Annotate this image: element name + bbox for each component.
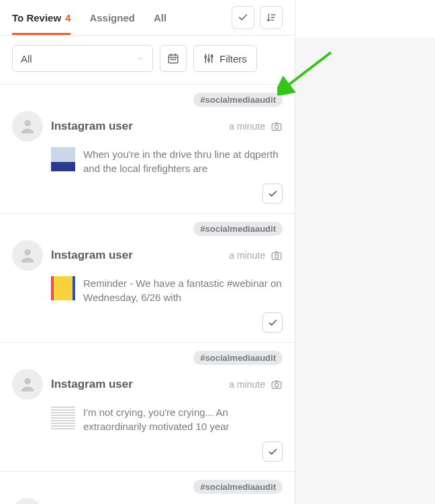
calendar-icon [167, 52, 179, 65]
approve-button[interactable] [262, 183, 283, 204]
item-head: Instagram user a minute [12, 240, 283, 271]
tag-row: #socialmediaaudit [12, 222, 283, 236]
sort-button[interactable] [260, 6, 283, 29]
feed-item[interactable]: #socialmediaaudit Instagram user a minut… [0, 214, 295, 343]
svg-point-20 [24, 249, 30, 255]
time-box: a minute [229, 120, 283, 132]
svg-point-14 [208, 59, 210, 61]
tab-assigned[interactable]: Assigned [89, 0, 135, 35]
username: Instagram user [51, 378, 133, 391]
svg-rect-21 [272, 253, 281, 259]
tab-to-review[interactable]: To Review 4 [12, 0, 70, 35]
feed-item[interactable]: #socialmediaaudit Instagram user a minut… [0, 472, 295, 504]
filters-button[interactable]: Filters [193, 45, 257, 72]
svg-rect-24 [272, 382, 281, 388]
toolbar: All Filters [0, 36, 295, 84]
svg-point-19 [275, 126, 278, 129]
feed-item[interactable]: #socialmediaaudit Instagram user a minut… [0, 343, 295, 472]
hashtag-tag[interactable]: #socialmediaaudit [193, 351, 283, 365]
svg-point-23 [24, 378, 30, 384]
tag-row: #socialmediaaudit [12, 480, 283, 494]
item-head: Instagram user a minute [12, 498, 283, 504]
review-panel: To Review 4 Assigned All All [0, 0, 295, 504]
user-icon [18, 246, 37, 265]
avatar [12, 369, 43, 400]
check-icon [268, 447, 278, 457]
svg-point-8 [171, 59, 171, 60]
sort-icon [266, 12, 277, 23]
username: Instagram user [51, 120, 133, 133]
timestamp: a minute [229, 250, 265, 261]
approve-all-button[interactable] [232, 6, 254, 29]
tag-row: #socialmediaaudit [12, 351, 283, 365]
svg-point-9 [173, 59, 173, 60]
tab-label: Assigned [89, 12, 135, 24]
approve-button[interactable] [262, 442, 283, 462]
tab-count: 4 [65, 12, 70, 24]
item-head: Instagram user a minute [12, 111, 283, 142]
post-thumbnail [51, 405, 75, 429]
tab-actions [232, 6, 283, 29]
tag-row: #socialmediaaudit [12, 93, 283, 107]
camera-icon [271, 249, 283, 261]
header-right-blank [295, 0, 435, 38]
timestamp: a minute [229, 379, 265, 390]
feed: #socialmediaaudit Instagram user a minut… [0, 84, 295, 504]
svg-point-22 [275, 255, 278, 258]
check-icon [268, 318, 278, 328]
message-text: Reminder - We have a fantastic #webinar … [83, 276, 283, 304]
tabs-bar: To Review 4 Assigned All [0, 0, 295, 36]
camera-icon [271, 120, 283, 132]
approve-row [12, 312, 283, 333]
user-icon [18, 117, 37, 136]
filters-label: Filters [220, 53, 247, 65]
post-thumbnail [51, 147, 75, 171]
avatar [12, 240, 43, 271]
post-thumbnail [51, 276, 75, 300]
tab-label: All [154, 12, 166, 24]
item-body: When you're in the drive thru line at dq… [51, 147, 283, 175]
time-box: a minute [229, 378, 283, 390]
select-value: All [21, 53, 32, 65]
approve-row [12, 442, 283, 462]
avatar [12, 111, 43, 142]
camera-icon [271, 378, 283, 390]
feed-item[interactable]: #socialmediaaudit Instagram user a minut… [0, 85, 295, 214]
svg-rect-18 [272, 124, 281, 130]
date-button[interactable] [160, 45, 187, 72]
item-body: I'm not crying, you're crying... An extr… [51, 405, 283, 433]
chevron-down-icon [136, 53, 144, 65]
item-body: Reminder - We have a fantastic #webinar … [51, 276, 283, 304]
message-text: I'm not crying, you're crying... An extr… [83, 405, 283, 433]
check-icon [268, 189, 278, 199]
svg-point-25 [275, 384, 278, 387]
approve-row [12, 183, 283, 204]
tab-label: To Review [12, 12, 61, 24]
message-text: When you're in the drive thru line at dq… [83, 147, 283, 175]
check-icon [238, 12, 248, 23]
svg-point-17 [24, 120, 30, 126]
svg-point-12 [205, 56, 207, 58]
approve-button[interactable] [262, 312, 283, 333]
hashtag-tag[interactable]: #socialmediaaudit [193, 93, 283, 107]
timestamp: a minute [229, 121, 265, 132]
avatar [12, 498, 43, 504]
hashtag-tag[interactable]: #socialmediaaudit [193, 222, 283, 236]
item-head: Instagram user a minute [12, 369, 283, 400]
user-icon [18, 375, 37, 394]
sliders-icon [203, 53, 214, 64]
detail-pane-empty [295, 38, 435, 504]
username: Instagram user [51, 249, 133, 262]
source-select[interactable]: All [12, 45, 153, 72]
tab-all[interactable]: All [154, 0, 166, 35]
time-box: a minute [229, 249, 283, 261]
svg-point-16 [211, 55, 213, 57]
svg-point-10 [175, 59, 175, 60]
hashtag-tag[interactable]: #socialmediaaudit [193, 480, 283, 494]
